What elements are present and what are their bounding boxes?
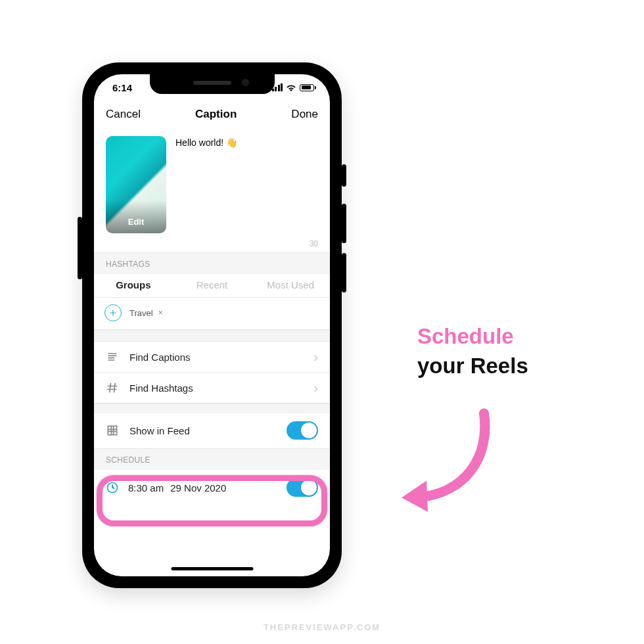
screen: 6:14 Cancel Caption Done Ed xyxy=(94,74,330,576)
annotation-line2: your Reels xyxy=(417,352,528,381)
tab-recent[interactable]: Recent xyxy=(173,279,252,290)
chevron-right-icon: › xyxy=(313,381,318,394)
find-captions-row[interactable]: Find Captions › xyxy=(94,342,330,373)
arrow-icon xyxy=(378,401,503,526)
done-button[interactable]: Done xyxy=(291,108,318,121)
tag-remove[interactable]: × xyxy=(158,308,163,317)
tab-groups[interactable]: Groups xyxy=(94,279,173,290)
notch xyxy=(150,74,275,94)
show-in-feed-toggle[interactable] xyxy=(287,421,318,440)
mute-switch xyxy=(342,164,346,187)
schedule-date: 29 Nov 2020 xyxy=(170,482,226,494)
spacer xyxy=(94,403,330,413)
tab-most-used[interactable]: Most Used xyxy=(251,279,330,290)
cancel-button[interactable]: Cancel xyxy=(106,108,141,121)
add-tag-button[interactable] xyxy=(104,304,122,321)
section-hashtags: HASHTAGS xyxy=(94,252,330,274)
spacer xyxy=(94,330,330,342)
list-icon xyxy=(106,350,119,363)
find-hashtags-row[interactable]: Find Hashtags › xyxy=(94,373,330,403)
wifi-icon xyxy=(286,82,296,93)
show-in-feed-row: Show in Feed xyxy=(94,413,330,449)
char-count: 30 xyxy=(94,237,330,252)
caption-input[interactable]: Hello world! 👋 xyxy=(175,136,237,237)
volume-up xyxy=(342,204,346,243)
find-hashtags-label: Find Hashtags xyxy=(129,382,303,394)
clock-icon xyxy=(106,481,119,494)
schedule-row[interactable]: 8:30 am 29 Nov 2020 xyxy=(94,470,330,505)
chevron-right-icon: › xyxy=(313,350,318,363)
volume-down xyxy=(342,253,346,292)
hashtag-tabs: Groups Recent Most Used xyxy=(94,274,330,298)
annotation-line1: Schedule xyxy=(417,322,528,352)
status-time: 6:14 xyxy=(112,82,132,93)
media-thumbnail[interactable]: Edit xyxy=(106,136,166,233)
grid-icon xyxy=(106,424,119,437)
power-button xyxy=(78,217,82,279)
caption-area: Edit Hello world! 👋 xyxy=(94,128,330,237)
find-captions-label: Find Captions xyxy=(129,352,303,363)
watermark: THEPREVIEWAPP.COM xyxy=(0,622,644,632)
page-title: Caption xyxy=(195,108,237,121)
edit-button[interactable]: Edit xyxy=(128,217,145,233)
tag-name: Travel xyxy=(129,308,153,318)
tag-chip[interactable]: Travel × xyxy=(129,308,163,318)
phone-frame: 6:14 Cancel Caption Done Ed xyxy=(82,62,342,588)
hash-icon xyxy=(106,381,119,394)
schedule-time: 8:30 am xyxy=(128,482,164,494)
schedule-toggle[interactable] xyxy=(287,478,318,497)
show-in-feed-label: Show in Feed xyxy=(129,425,276,436)
battery-icon xyxy=(300,84,314,91)
tag-row: Travel × xyxy=(94,298,330,330)
svg-rect-0 xyxy=(108,426,116,434)
section-schedule: SCHEDULE xyxy=(94,449,330,470)
home-indicator xyxy=(171,567,253,570)
nav-bar: Cancel Caption Done xyxy=(94,101,330,128)
annotation-text: Schedule your Reels xyxy=(417,322,528,380)
